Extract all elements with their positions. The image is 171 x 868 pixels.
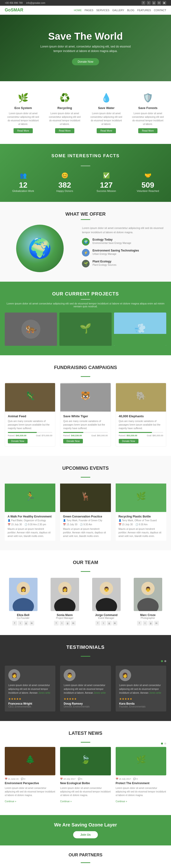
testimonials-grid: 👩 Lorem ipsum dolor sit amet consectetur… bbox=[5, 666, 166, 712]
marc-social[interactable]: f t g in bbox=[130, 621, 166, 625]
news-dot-1[interactable] bbox=[161, 743, 163, 745]
news-card-3: 🌿 📅 18 July 2017 💬 0 Protect The Environ… bbox=[116, 747, 166, 806]
nav-gallery[interactable]: GALLERY bbox=[112, 9, 124, 12]
partners-heading: OUR PARTNERS bbox=[5, 852, 166, 858]
recycle-event-title: Recycling Plastic Bottle bbox=[118, 515, 163, 518]
feature-btn-recycling[interactable]: Read More bbox=[55, 128, 74, 133]
globe-icon: 🌍 bbox=[16, 225, 64, 272]
sonia-role: Project Manager bbox=[46, 617, 83, 619]
marc-gp[interactable]: g bbox=[148, 621, 153, 625]
feature-title-ecosystem: Eco System bbox=[7, 106, 39, 110]
projects-divider bbox=[81, 299, 90, 300]
svg-text:👨: 👨 bbox=[145, 586, 151, 592]
jorge-tw[interactable]: t bbox=[101, 621, 106, 625]
news-grid: 🌲 📅 21 June 15 💬 0 Environment Perspecti… bbox=[5, 747, 166, 806]
projects-grid: 🐅 🌱 💨 bbox=[5, 313, 166, 346]
nav-logo[interactable]: GoSMAR bbox=[5, 8, 23, 12]
sonia-fb[interactable]: f bbox=[54, 621, 59, 625]
nav-features[interactable]: FEATURES bbox=[137, 9, 151, 12]
offer-item-ecology-text: Ecology Today Environmental Save Energy … bbox=[92, 238, 131, 245]
feature-btn-forests[interactable]: Read More bbox=[138, 128, 158, 133]
offer-heading: WHAT WE OFFER bbox=[5, 211, 166, 217]
testimonials-dot-2[interactable] bbox=[164, 660, 166, 662]
jorge-social[interactable]: f t g in bbox=[88, 621, 125, 625]
offer-item-tech-text: Environment Saving Technologies Urban En… bbox=[92, 249, 139, 256]
testi-role-2: Director, Environmentals bbox=[64, 705, 107, 708]
marc-tw[interactable]: t bbox=[143, 621, 147, 625]
jorge-in[interactable]: in bbox=[113, 621, 117, 625]
recycle-event-organizer: 👤 Terry Mark, Officer of Tree Guard bbox=[118, 519, 157, 522]
eliza-fb[interactable]: f bbox=[12, 621, 17, 625]
testi-text-2: Lorem ipsum dolor sit amet consectetur a… bbox=[64, 683, 107, 695]
sonia-social[interactable]: f t g in bbox=[46, 621, 83, 625]
nav-pages[interactable]: PAGES bbox=[85, 9, 93, 12]
project-wind: 💨 bbox=[114, 313, 166, 346]
news-date-3: 📅 18 July 2017 bbox=[116, 778, 131, 780]
testimonials-dot-1[interactable] bbox=[161, 660, 163, 662]
googleplus-icon[interactable]: g bbox=[152, 1, 156, 5]
tiger-fund-donate-button[interactable]: Donate Now bbox=[63, 439, 83, 443]
eliza-name: Eliza Bell bbox=[5, 613, 41, 617]
testi-avatar-1: 👩 bbox=[8, 669, 20, 681]
nav-links: HOME PAGES SERVICES GALLERY BLOG FEATURE… bbox=[74, 9, 166, 12]
youtube-icon[interactable]: ▶ bbox=[163, 1, 166, 5]
nav-blog[interactable]: BLOG bbox=[127, 9, 135, 12]
team-heading: OUR TEAM bbox=[5, 560, 166, 565]
facebook-icon[interactable]: f bbox=[142, 1, 145, 5]
news-comments-3: 💬 0 bbox=[133, 778, 138, 780]
sonia-in[interactable]: in bbox=[71, 621, 76, 625]
recycle-event-body: Recycling Plastic Bottle 👤 Terry Mark, O… bbox=[116, 512, 166, 541]
svg-rect-6 bbox=[114, 334, 166, 346]
news-link-1[interactable]: Continue » bbox=[5, 800, 16, 803]
nav-home[interactable]: HOME bbox=[74, 9, 82, 12]
hero-donate-button[interactable]: Donate Now bbox=[72, 58, 99, 65]
eliza-gp[interactable]: g bbox=[24, 621, 28, 625]
sonia-tw[interactable]: t bbox=[60, 621, 64, 625]
marc-fb[interactable]: f bbox=[137, 621, 142, 625]
testi-avatar-3: 👩 bbox=[119, 669, 131, 681]
animal-fund-donate-button[interactable]: Donate Now bbox=[8, 439, 28, 443]
hero-section: Save The World Lorem ipsum dolor sit ame… bbox=[0, 15, 171, 81]
jorge-fb[interactable]: f bbox=[95, 621, 100, 625]
nav-services[interactable]: SERVICES bbox=[96, 9, 109, 12]
eliza-tw[interactable]: t bbox=[18, 621, 23, 625]
feature-btn-ecosystem[interactable]: Read More bbox=[13, 128, 33, 133]
plant-icon-circle: 🌱 bbox=[82, 260, 89, 268]
testimonials-section: TESTIMONIALS 👩 Lorem ipsum dolor sit ame… bbox=[0, 635, 171, 721]
news-body-3: 📅 18 July 2017 💬 0 Protect The Environme… bbox=[116, 775, 166, 806]
fund-card-tiger: 🐯 Save White Tiger Quis are many console… bbox=[60, 383, 111, 446]
twitter-icon[interactable]: t bbox=[147, 1, 150, 5]
sonia-gp[interactable]: g bbox=[65, 621, 70, 625]
marc-in[interactable]: in bbox=[154, 621, 159, 625]
team-section: OUR TEAM 👩 Eliza Bell Co-Founder f t g i… bbox=[0, 550, 171, 635]
news-dot-2[interactable] bbox=[164, 743, 166, 745]
feature-card-recycling: ♻️ Recycling Lorem ipsum dolor sit amet … bbox=[46, 88, 83, 137]
jorge-gp[interactable]: g bbox=[107, 621, 112, 625]
news-link-3[interactable]: Continue » bbox=[116, 800, 127, 803]
team-member-sonia: 👩 Sonia Mann Project Manager f t g in bbox=[46, 578, 83, 625]
news-nav-dots[interactable] bbox=[5, 743, 166, 745]
cta-section: We Are Saving Ozone Layer Join Us bbox=[0, 815, 171, 845]
cta-join-button[interactable]: Join Us bbox=[73, 831, 97, 838]
feature-btn-water[interactable]: Read More bbox=[97, 128, 116, 133]
eliza-in[interactable]: in bbox=[29, 621, 34, 625]
svg-text:👩: 👩 bbox=[20, 586, 26, 592]
eliza-social[interactable]: f t g in bbox=[5, 621, 41, 625]
animal-fund-title: Animal Feed bbox=[8, 414, 52, 418]
news-comments-1: 💬 0 bbox=[21, 778, 25, 780]
topbar-social[interactable]: f t g in ▶ bbox=[142, 1, 166, 5]
feature-title-recycling: Recycling bbox=[49, 106, 81, 110]
news-image-3: 🌿 bbox=[116, 747, 166, 775]
testimonials-divider bbox=[81, 656, 90, 657]
fund-card-animal: 🦎 Animal Feed Quis are many console vari… bbox=[5, 383, 55, 446]
testimonials-nav-dots[interactable] bbox=[5, 660, 166, 662]
news-meta-2: 📅 18 July 2017 💬 5 bbox=[60, 778, 111, 780]
elephant-fund-donate-button[interactable]: Donate Now bbox=[119, 439, 139, 443]
news-link-2[interactable]: Continue » bbox=[60, 800, 72, 803]
linkedin-icon[interactable]: in bbox=[157, 1, 161, 5]
news-card-2: 🍃 📅 18 July 2017 💬 5 New Ecological Bolb… bbox=[60, 747, 111, 806]
recycle-event-image: 🌿 bbox=[116, 484, 166, 512]
nav-contact[interactable]: CONTACT bbox=[154, 9, 166, 12]
svg-text:🌿: 🌿 bbox=[136, 755, 146, 765]
offer-item-plant-title: Plant Ecology bbox=[92, 260, 116, 263]
